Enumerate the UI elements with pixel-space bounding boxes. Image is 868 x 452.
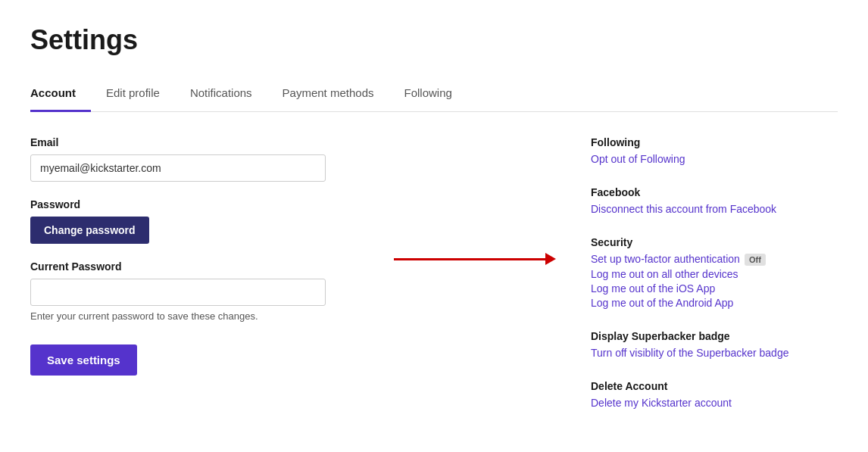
arrow-line <box>394 258 545 260</box>
section-facebook-title: Facebook <box>591 186 838 198</box>
tab-account[interactable]: Account <box>30 77 91 112</box>
section-security: Security Set up two-factor authenticatio… <box>591 236 838 309</box>
password-group: Password Change password <box>30 198 379 244</box>
section-facebook: Facebook Disconnect this account from Fa… <box>591 186 838 215</box>
right-panel: Following Opt out of Following Facebook … <box>379 136 838 430</box>
tab-notifications[interactable]: Notifications <box>190 77 267 112</box>
password-label: Password <box>30 198 379 210</box>
section-following: Following Opt out of Following <box>591 136 838 165</box>
two-factor-row: Set up two-factor authenticationOff <box>591 253 838 268</box>
delete-account-link[interactable]: Delete my Kickstarter account <box>591 397 838 409</box>
email-label: Email <box>30 136 379 148</box>
tabs-nav: Account Edit profile Notifications Payme… <box>30 77 838 112</box>
email-input[interactable] <box>30 154 326 182</box>
tab-payment-methods[interactable]: Payment methods <box>283 77 389 112</box>
current-password-label: Current Password <box>30 260 379 273</box>
current-password-group: Current Password Enter your current pass… <box>30 260 379 322</box>
logout-android-link[interactable]: Log me out of the Android App <box>591 297 838 309</box>
turn-off-superbacker-link[interactable]: Turn off visiblity of the Superbacker ba… <box>591 347 838 359</box>
section-security-title: Security <box>591 236 838 248</box>
logout-ios-link[interactable]: Log me out of the iOS App <box>591 282 838 295</box>
off-badge: Off <box>745 254 766 266</box>
page-title: Settings <box>30 24 838 56</box>
opt-out-following-link[interactable]: Opt out of Following <box>591 153 838 165</box>
logout-other-devices-link[interactable]: Log me out on all other devices <box>591 268 838 280</box>
save-settings-button[interactable]: Save settings <box>30 344 137 376</box>
tab-following[interactable]: Following <box>404 77 467 112</box>
disconnect-facebook-link[interactable]: Disconnect this account from Facebook <box>591 203 838 215</box>
section-superbacker: Display Superbacker badge Turn off visib… <box>591 330 838 359</box>
section-delete-title: Delete Account <box>591 380 838 392</box>
arrow-indicator <box>394 253 556 265</box>
current-password-input[interactable] <box>30 279 326 306</box>
section-superbacker-title: Display Superbacker badge <box>591 330 838 342</box>
email-group: Email <box>30 136 379 182</box>
left-panel: Email Password Change password Current P… <box>30 136 379 430</box>
tab-edit-profile[interactable]: Edit profile <box>106 77 175 112</box>
content-area: Email Password Change password Current P… <box>30 136 838 430</box>
change-password-button[interactable]: Change password <box>30 217 149 244</box>
arrow-head <box>545 253 556 265</box>
two-factor-link[interactable]: Set up two-factor authenticationOff <box>591 253 766 266</box>
section-delete-account: Delete Account Delete my Kickstarter acc… <box>591 380 838 409</box>
section-following-title: Following <box>591 136 838 148</box>
hint-text: Enter your current password to save thes… <box>30 310 379 322</box>
page-container: Settings Account Edit profile Notificati… <box>0 0 868 452</box>
